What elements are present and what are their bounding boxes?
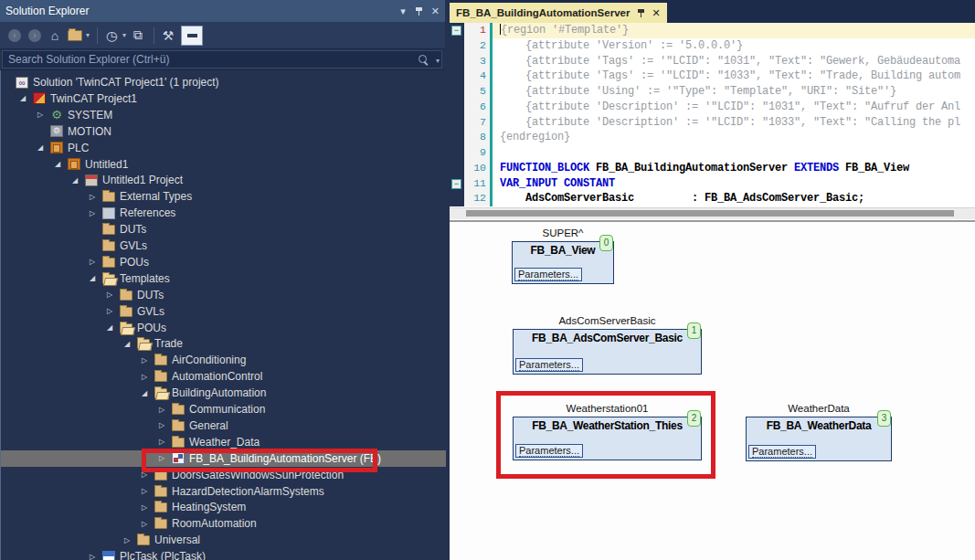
expander-collapsed-icon[interactable]: ▷ bbox=[157, 406, 166, 414]
fbd-block[interactable]: FB_BA_WeatherStation_ThiesParameters... bbox=[513, 417, 702, 460]
tree-item[interactable]: ▷DoorsGatesWindowsSunProtection bbox=[1, 467, 446, 483]
expander-expanded-icon[interactable]: ◢ bbox=[122, 340, 132, 348]
close-icon[interactable]: ✕ bbox=[431, 5, 440, 17]
expander-collapsed-icon[interactable]: ▷ bbox=[140, 520, 149, 528]
code-line[interactable]: 8{endregion} bbox=[450, 130, 975, 145]
code-line-text[interactable]: {endregion} bbox=[493, 130, 975, 145]
tree-item[interactable]: ◢POUs bbox=[1, 320, 446, 336]
tree-item[interactable]: ▷FB_BA_BuildingAutomationServer (FB) bbox=[1, 450, 446, 467]
parameters-button[interactable]: Parameters... bbox=[514, 268, 582, 281]
parameters-button[interactable]: Parameters... bbox=[748, 445, 816, 459]
expander-collapsed-icon[interactable]: ▷ bbox=[36, 111, 45, 119]
tree-item[interactable]: ⚙MOTION bbox=[1, 123, 446, 140]
tree-item[interactable]: ◢Untitled1 bbox=[1, 156, 446, 173]
code-line[interactable]: −11VAR_INPUT CONSTANT bbox=[450, 176, 975, 192]
pending-dropdown-icon[interactable]: ▾ bbox=[122, 31, 126, 39]
code-line[interactable]: 4 {attribute 'Tags' := '"LCID": "1033", … bbox=[450, 69, 975, 84]
tree-item[interactable]: ▷⚙SYSTEM bbox=[1, 107, 446, 123]
tree-item[interactable]: ▷POUs bbox=[1, 254, 446, 270]
tree-item[interactable]: ▷External Types bbox=[1, 188, 446, 205]
tab-pin-icon[interactable] bbox=[637, 8, 645, 18]
expander-expanded-icon[interactable]: ◢ bbox=[70, 176, 79, 185]
tree-item[interactable]: ▷Communication bbox=[1, 401, 446, 417]
expander-collapsed-icon[interactable]: ▷ bbox=[157, 421, 166, 429]
code-line[interactable]: 6 {attribute 'Description' := '"LCID": "… bbox=[450, 100, 975, 115]
expander-collapsed-icon[interactable]: ▷ bbox=[140, 487, 149, 495]
solution-explorer-header[interactable]: Solution Explorer ▾ ✕ bbox=[0, 0, 445, 22]
tree-item[interactable]: ▷GVLs bbox=[1, 303, 446, 320]
code-line[interactable]: 7 {attribute 'Description' := '"LCID": "… bbox=[450, 115, 975, 131]
code-line[interactable]: 12 AdsComServerBasic : FB_BA_AdsComServe… bbox=[450, 191, 975, 206]
expander-collapsed-icon[interactable]: ▷ bbox=[140, 356, 149, 365]
tree-item[interactable]: ▷Universal bbox=[1, 532, 446, 548]
document-tab[interactable]: FB_BA_BuildingAutomationServer ✕ bbox=[450, 3, 667, 23]
sync-folder-icon[interactable] bbox=[66, 26, 84, 45]
code-line-text[interactable]: {attribute 'Version' := '5.0.0.0'} bbox=[493, 38, 975, 54]
scrollbar-thumb[interactable] bbox=[466, 210, 954, 217]
tree-item[interactable]: ▷Weather_Data bbox=[1, 434, 446, 450]
collapse-box-icon[interactable]: − bbox=[451, 179, 461, 189]
forward-icon[interactable]: › bbox=[26, 26, 44, 45]
expander-collapsed-icon[interactable]: ▷ bbox=[88, 553, 97, 560]
code-line[interactable]: 5 {attribute 'Using' := '"Type": "Templa… bbox=[450, 84, 975, 100]
tree-item[interactable]: ◢PLC bbox=[1, 140, 446, 156]
expander-collapsed-icon[interactable]: ▷ bbox=[140, 373, 149, 381]
expander-collapsed-icon[interactable]: ▷ bbox=[88, 193, 97, 201]
fold-collapse-icon[interactable]: − bbox=[450, 176, 464, 192]
tree-item[interactable]: ◢Trade bbox=[1, 335, 446, 352]
expander-collapsed-icon[interactable]: ▷ bbox=[157, 454, 166, 462]
parameters-button[interactable]: Parameters... bbox=[515, 444, 583, 458]
search-icon[interactable] bbox=[419, 55, 427, 63]
tree-item[interactable]: ▷AutomationControl bbox=[1, 368, 446, 385]
fbd-block[interactable]: FB_BA_AdsComServer_BasicParameters... bbox=[513, 329, 702, 375]
pin-icon[interactable] bbox=[415, 6, 423, 16]
preview-selected-items-toggle[interactable] bbox=[181, 26, 203, 46]
code-line-text[interactable]: {attribute 'Tags' := '"LCID": "1031", "T… bbox=[493, 54, 975, 69]
tree-item[interactable]: ▷RoomAutomation bbox=[1, 515, 446, 532]
code-editor[interactable]: −1{region '#Template'}2 {attribute 'Vers… bbox=[450, 23, 975, 207]
code-line[interactable]: 9 bbox=[450, 145, 975, 161]
code-line-text[interactable] bbox=[493, 145, 975, 161]
code-line-text[interactable]: {region '#Template'} bbox=[493, 23, 975, 38]
sync-dropdown-icon[interactable]: ▾ bbox=[86, 31, 90, 39]
code-line[interactable]: 3 {attribute 'Tags' := '"LCID": "1031", … bbox=[450, 54, 975, 69]
expander-expanded-icon[interactable]: ◢ bbox=[18, 94, 27, 102]
tree-item[interactable]: ∞Solution 'TwinCAT Project1' (1 project) bbox=[1, 74, 446, 90]
tree-item[interactable]: ▷References bbox=[1, 205, 446, 221]
tree-item[interactable]: DUTs bbox=[1, 221, 446, 238]
expander-expanded-icon[interactable]: ◢ bbox=[88, 274, 97, 282]
tree-item[interactable]: ▷DUTs bbox=[1, 287, 446, 303]
expander-collapsed-icon[interactable]: ▷ bbox=[122, 536, 132, 544]
fbd-block[interactable]: FB_BA_WeatherDataParameters... bbox=[746, 417, 892, 461]
tree-item[interactable]: ▷PlcTask (PlcTask) bbox=[1, 548, 446, 560]
properties-wrench-icon[interactable]: ⚒ bbox=[159, 26, 177, 45]
expander-collapsed-icon[interactable]: ▷ bbox=[88, 209, 97, 217]
search-dropdown-icon[interactable]: ▾ bbox=[436, 57, 440, 65]
tree-item[interactable]: ▷HazardDetectionAlarmSystems bbox=[1, 483, 446, 500]
pending-changes-icon[interactable]: ◷ bbox=[102, 26, 121, 45]
expander-expanded-icon[interactable]: ◢ bbox=[36, 143, 45, 152]
tab-close-icon[interactable]: ✕ bbox=[652, 7, 660, 19]
tree-item[interactable]: ▷General bbox=[1, 417, 446, 434]
tree-item[interactable]: ▷HeatingSystem bbox=[1, 499, 446, 515]
code-line[interactable]: 2 {attribute 'Version' := '5.0.0.0'} bbox=[450, 38, 975, 54]
code-line-text[interactable]: FUNCTION_BLOCK FB_BA_BuildingAutomationS… bbox=[493, 161, 975, 176]
expander-collapsed-icon[interactable]: ▷ bbox=[88, 258, 97, 266]
show-all-files-icon[interactable]: ⧉ bbox=[129, 26, 147, 45]
expander-expanded-icon[interactable]: ◢ bbox=[140, 389, 149, 397]
chevron-down-icon[interactable]: ▾ bbox=[400, 5, 406, 17]
tree-item[interactable]: ◢TwinCAT Project1 bbox=[1, 90, 446, 107]
tree-item[interactable]: ◢Untitled1 Project bbox=[1, 172, 446, 188]
parameters-button[interactable]: Parameters... bbox=[515, 358, 583, 372]
code-line[interactable]: 10FUNCTION_BLOCK FB_BA_BuildingAutomatio… bbox=[450, 161, 975, 176]
expander-collapsed-icon[interactable]: ▷ bbox=[105, 307, 114, 315]
expander-collapsed-icon[interactable]: ▷ bbox=[157, 438, 166, 446]
tree-item[interactable]: GVLs bbox=[1, 238, 446, 254]
horizontal-scrollbar[interactable] bbox=[450, 207, 975, 219]
search-input[interactable]: Search Solution Explorer (Ctrl+ü) bbox=[2, 50, 442, 69]
home-icon[interactable]: ⌂ bbox=[46, 26, 64, 45]
code-line[interactable]: −1{region '#Template'} bbox=[450, 23, 975, 38]
expander-collapsed-icon[interactable]: ▷ bbox=[105, 291, 114, 299]
tree-item[interactable]: ◢BuildingAutomation bbox=[1, 385, 446, 401]
tree-item[interactable]: ▷AirConditioning bbox=[1, 352, 446, 368]
